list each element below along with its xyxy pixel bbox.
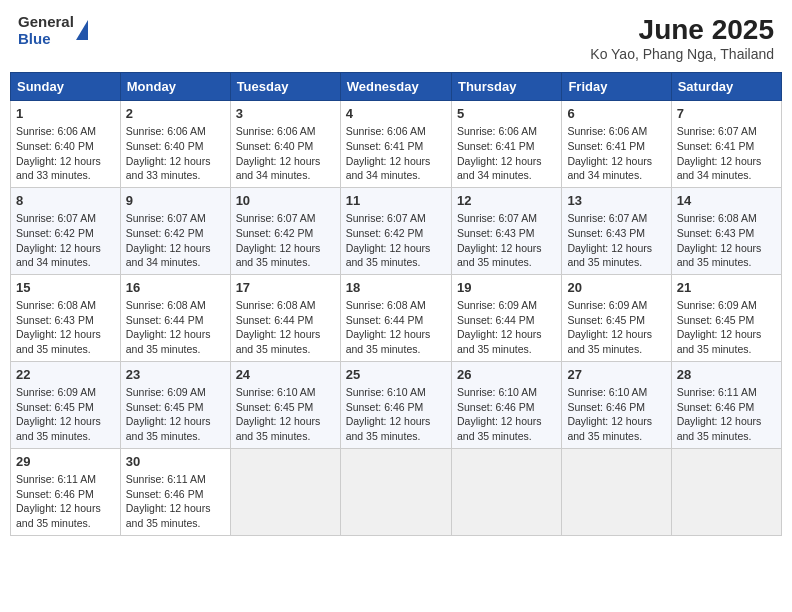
day-number: 13 xyxy=(567,192,665,210)
daylight-text: Daylight: 12 hours and 35 minutes. xyxy=(346,328,431,355)
daylight-text: Daylight: 12 hours and 35 minutes. xyxy=(236,328,321,355)
day-number: 21 xyxy=(677,279,776,297)
calendar-cell: 17Sunrise: 6:08 AMSunset: 6:44 PMDayligh… xyxy=(230,274,340,361)
sunset-text: Sunset: 6:45 PM xyxy=(236,401,314,413)
sunrise-text: Sunrise: 6:07 AM xyxy=(16,212,96,224)
daylight-text: Daylight: 12 hours and 35 minutes. xyxy=(16,415,101,442)
calendar-cell: 23Sunrise: 6:09 AMSunset: 6:45 PMDayligh… xyxy=(120,361,230,448)
sunset-text: Sunset: 6:45 PM xyxy=(567,314,645,326)
day-header-friday: Friday xyxy=(562,73,671,101)
sunset-text: Sunset: 6:45 PM xyxy=(16,401,94,413)
daylight-text: Daylight: 12 hours and 35 minutes. xyxy=(16,502,101,529)
day-header-thursday: Thursday xyxy=(451,73,561,101)
day-number: 10 xyxy=(236,192,335,210)
daylight-text: Daylight: 12 hours and 33 minutes. xyxy=(126,155,211,182)
sunset-text: Sunset: 6:42 PM xyxy=(236,227,314,239)
day-number: 25 xyxy=(346,366,446,384)
day-number: 29 xyxy=(16,453,115,471)
day-number: 4 xyxy=(346,105,446,123)
calendar-cell: 8Sunrise: 6:07 AMSunset: 6:42 PMDaylight… xyxy=(11,187,121,274)
day-number: 7 xyxy=(677,105,776,123)
day-number: 18 xyxy=(346,279,446,297)
daylight-text: Daylight: 12 hours and 35 minutes. xyxy=(236,242,321,269)
daylight-text: Daylight: 12 hours and 35 minutes. xyxy=(457,242,542,269)
day-number: 20 xyxy=(567,279,665,297)
day-header-sunday: Sunday xyxy=(11,73,121,101)
sunset-text: Sunset: 6:40 PM xyxy=(16,140,94,152)
sunset-text: Sunset: 6:46 PM xyxy=(567,401,645,413)
calendar-cell: 6Sunrise: 6:06 AMSunset: 6:41 PMDaylight… xyxy=(562,101,671,188)
sunset-text: Sunset: 6:40 PM xyxy=(126,140,204,152)
day-number: 17 xyxy=(236,279,335,297)
sunset-text: Sunset: 6:42 PM xyxy=(16,227,94,239)
daylight-text: Daylight: 12 hours and 35 minutes. xyxy=(457,328,542,355)
day-number: 28 xyxy=(677,366,776,384)
logo: General Blue xyxy=(18,14,88,47)
sunrise-text: Sunrise: 6:08 AM xyxy=(346,299,426,311)
sunrise-text: Sunrise: 6:07 AM xyxy=(567,212,647,224)
sunset-text: Sunset: 6:44 PM xyxy=(236,314,314,326)
sunrise-text: Sunrise: 6:06 AM xyxy=(457,125,537,137)
calendar-cell: 18Sunrise: 6:08 AMSunset: 6:44 PMDayligh… xyxy=(340,274,451,361)
calendar-cell: 11Sunrise: 6:07 AMSunset: 6:42 PMDayligh… xyxy=(340,187,451,274)
calendar-cell: 13Sunrise: 6:07 AMSunset: 6:43 PMDayligh… xyxy=(562,187,671,274)
calendar-cell: 26Sunrise: 6:10 AMSunset: 6:46 PMDayligh… xyxy=(451,361,561,448)
calendar-cell xyxy=(340,448,451,535)
calendar-cell: 2Sunrise: 6:06 AMSunset: 6:40 PMDaylight… xyxy=(120,101,230,188)
calendar-cell: 10Sunrise: 6:07 AMSunset: 6:42 PMDayligh… xyxy=(230,187,340,274)
calendar-cell: 22Sunrise: 6:09 AMSunset: 6:45 PMDayligh… xyxy=(11,361,121,448)
sunset-text: Sunset: 6:41 PM xyxy=(567,140,645,152)
sunset-text: Sunset: 6:42 PM xyxy=(346,227,424,239)
daylight-text: Daylight: 12 hours and 34 minutes. xyxy=(457,155,542,182)
daylight-text: Daylight: 12 hours and 35 minutes. xyxy=(346,242,431,269)
calendar-cell: 1Sunrise: 6:06 AMSunset: 6:40 PMDaylight… xyxy=(11,101,121,188)
calendar-cell: 28Sunrise: 6:11 AMSunset: 6:46 PMDayligh… xyxy=(671,361,781,448)
calendar-cell: 5Sunrise: 6:06 AMSunset: 6:41 PMDaylight… xyxy=(451,101,561,188)
calendar-week-4: 22Sunrise: 6:09 AMSunset: 6:45 PMDayligh… xyxy=(11,361,782,448)
sunrise-text: Sunrise: 6:07 AM xyxy=(346,212,426,224)
logo-general: General xyxy=(18,14,74,31)
sunrise-text: Sunrise: 6:10 AM xyxy=(236,386,316,398)
day-number: 27 xyxy=(567,366,665,384)
day-number: 30 xyxy=(126,453,225,471)
daylight-text: Daylight: 12 hours and 35 minutes. xyxy=(126,328,211,355)
sunset-text: Sunset: 6:46 PM xyxy=(457,401,535,413)
sunrise-text: Sunrise: 6:07 AM xyxy=(677,125,757,137)
daylight-text: Daylight: 12 hours and 35 minutes. xyxy=(126,502,211,529)
page-header: General Blue June 2025 Ko Yao, Phang Nga… xyxy=(10,10,782,66)
calendar-cell xyxy=(671,448,781,535)
daylight-text: Daylight: 12 hours and 34 minutes. xyxy=(16,242,101,269)
day-number: 2 xyxy=(126,105,225,123)
sunrise-text: Sunrise: 6:11 AM xyxy=(677,386,757,398)
calendar-cell: 3Sunrise: 6:06 AMSunset: 6:40 PMDaylight… xyxy=(230,101,340,188)
sunset-text: Sunset: 6:42 PM xyxy=(126,227,204,239)
daylight-text: Daylight: 12 hours and 35 minutes. xyxy=(126,415,211,442)
sunrise-text: Sunrise: 6:09 AM xyxy=(126,386,206,398)
daylight-text: Daylight: 12 hours and 35 minutes. xyxy=(677,328,762,355)
sunrise-text: Sunrise: 6:08 AM xyxy=(16,299,96,311)
sunrise-text: Sunrise: 6:07 AM xyxy=(126,212,206,224)
sunrise-text: Sunrise: 6:10 AM xyxy=(457,386,537,398)
day-number: 22 xyxy=(16,366,115,384)
sunrise-text: Sunrise: 6:06 AM xyxy=(236,125,316,137)
sunrise-text: Sunrise: 6:08 AM xyxy=(126,299,206,311)
calendar-week-1: 1Sunrise: 6:06 AMSunset: 6:40 PMDaylight… xyxy=(11,101,782,188)
sunset-text: Sunset: 6:41 PM xyxy=(677,140,755,152)
day-number: 15 xyxy=(16,279,115,297)
logo-triangle-icon xyxy=(76,20,88,40)
day-number: 19 xyxy=(457,279,556,297)
calendar-cell: 29Sunrise: 6:11 AMSunset: 6:46 PMDayligh… xyxy=(11,448,121,535)
day-number: 3 xyxy=(236,105,335,123)
day-header-saturday: Saturday xyxy=(671,73,781,101)
calendar-body: 1Sunrise: 6:06 AMSunset: 6:40 PMDaylight… xyxy=(11,101,782,536)
sunrise-text: Sunrise: 6:11 AM xyxy=(16,473,96,485)
daylight-text: Daylight: 12 hours and 34 minutes. xyxy=(126,242,211,269)
day-number: 16 xyxy=(126,279,225,297)
daylight-text: Daylight: 12 hours and 35 minutes. xyxy=(677,242,762,269)
sunrise-text: Sunrise: 6:11 AM xyxy=(126,473,206,485)
calendar-table: SundayMondayTuesdayWednesdayThursdayFrid… xyxy=(10,72,782,536)
daylight-text: Daylight: 12 hours and 34 minutes. xyxy=(567,155,652,182)
calendar-week-5: 29Sunrise: 6:11 AMSunset: 6:46 PMDayligh… xyxy=(11,448,782,535)
day-number: 14 xyxy=(677,192,776,210)
daylight-text: Daylight: 12 hours and 35 minutes. xyxy=(567,415,652,442)
